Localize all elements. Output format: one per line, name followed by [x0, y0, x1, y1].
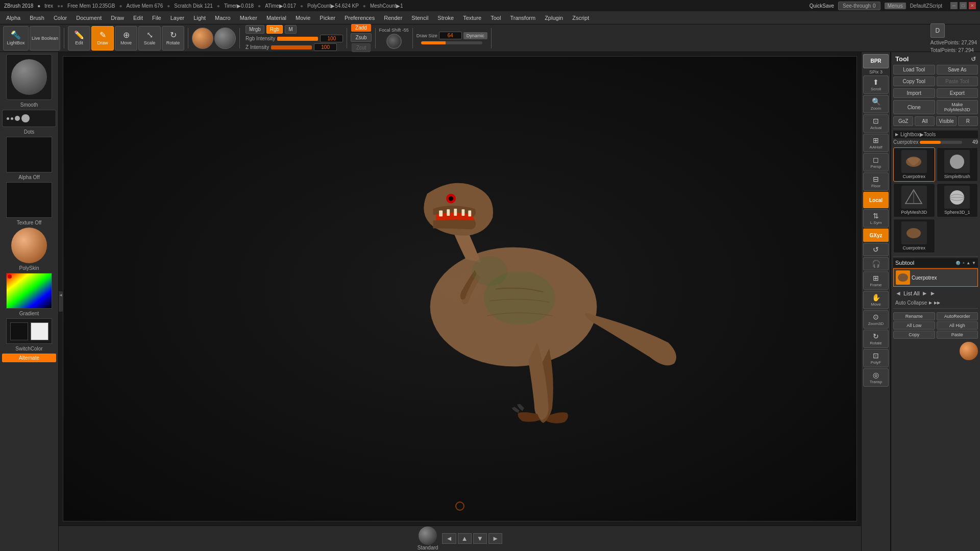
spin2-btn[interactable]: 🎧 — [863, 257, 889, 270]
zoom3d-btn[interactable]: ⊙ Zoom3D — [863, 310, 889, 329]
lightbox-btn[interactable]: 🔦 LightBox — [3, 26, 29, 51]
subtool-arrow-up[interactable]: ▲ — [966, 261, 970, 265]
zcut-btn[interactable]: Zcut — [352, 43, 371, 52]
texture-preview[interactable] — [6, 182, 52, 218]
clone-btn[interactable]: Clone — [893, 100, 935, 114]
menu-brush[interactable]: Brush — [26, 14, 48, 22]
paste-tool-btn[interactable]: Paste Tool — [937, 77, 978, 86]
menu-tool[interactable]: Tool — [486, 14, 505, 22]
tree-right-arrow2[interactable]: ► — [930, 290, 936, 297]
tree-left-arrow[interactable]: ◄ — [895, 290, 901, 297]
menu-alpha[interactable]: Alpha — [2, 14, 24, 22]
mrgb-btn[interactable]: Mrgb — [246, 25, 264, 34]
standard-ball[interactable] — [419, 527, 437, 545]
subtool-controls-icons[interactable]: ⚙️ — [955, 261, 961, 265]
rotate-vp-btn[interactable]: ↻ Rotate — [863, 330, 889, 348]
gxyz-btn[interactable]: GXyz — [863, 229, 889, 242]
goz-btn[interactable]: GoZ — [893, 116, 913, 126]
refresh-btn[interactable]: ↺ — [971, 56, 976, 63]
menu-picker[interactable]: Picker — [315, 14, 339, 22]
actual-btn[interactable]: ⊡ Actual — [863, 114, 889, 133]
draw-btn[interactable]: ✎ Draw — [91, 26, 114, 51]
subtool-header[interactable]: Subtool ⚙️ + ▲ ▼ — [893, 258, 978, 267]
menu-marker[interactable]: Marker — [236, 14, 261, 22]
zoom-btn[interactable]: 🔍 Zoom — [863, 95, 889, 113]
scroll-left-btn[interactable]: ◄ — [442, 533, 456, 544]
all-high-btn[interactable]: All High — [937, 321, 978, 330]
r-label-btn[interactable]: R — [958, 116, 978, 126]
auto-reorder-btn[interactable]: AutoReorder — [937, 312, 978, 320]
auto-collapse-btn2[interactable]: ▶▶ — [934, 300, 940, 305]
all-low-btn[interactable]: All Low — [893, 321, 935, 330]
menu-render[interactable]: Render — [380, 14, 406, 22]
alpha-preview[interactable] — [6, 137, 52, 172]
menu-transform[interactable]: Transform — [506, 14, 540, 22]
tool-item-sphere3d-1[interactable]: Sphere3D_1 — [937, 183, 978, 217]
tool-item-cuerpotrex2[interactable]: Cuerpotrex — [893, 219, 935, 253]
close-btn[interactable]: ✕ — [969, 2, 976, 9]
main-color-ball[interactable] — [192, 28, 213, 49]
load-tool-btn[interactable]: Load Tool — [893, 65, 935, 74]
make-polymesh-btn[interactable]: Make PolyMesh3D — [937, 100, 978, 114]
lsym-btn[interactable]: ⇅ L.Sym — [863, 209, 889, 228]
subtool-ball[interactable] — [960, 342, 978, 360]
focal-knob[interactable] — [386, 34, 402, 49]
viewport[interactable] — [63, 56, 857, 521]
menu-movie[interactable]: Movie — [291, 14, 314, 22]
material-ball[interactable] — [214, 28, 236, 49]
export-btn[interactable]: Export — [937, 88, 978, 98]
save-as-btn[interactable]: Save As — [937, 65, 978, 74]
drawsize-slider[interactable] — [421, 41, 482, 44]
maximize-btn[interactable]: □ — [960, 2, 967, 9]
rgb-btn[interactable]: Rgb — [266, 25, 283, 34]
all-btn[interactable]: All — [915, 116, 935, 126]
transp-btn[interactable]: ◎ Transp — [863, 368, 889, 387]
scroll-right-btn[interactable]: ► — [488, 533, 502, 544]
persp-btn[interactable]: ◻ Persp — [863, 153, 889, 171]
menu-macro[interactable]: Macro — [211, 14, 235, 22]
move-vp-btn[interactable]: ✋ Move — [863, 291, 889, 309]
menu-light[interactable]: Light — [189, 14, 210, 22]
seethrough-btn[interactable]: See-through 0 — [838, 2, 880, 10]
brush-preview[interactable] — [6, 54, 52, 100]
edit-btn[interactable]: ✏️ Edit — [68, 26, 90, 51]
live-boolean-btn[interactable]: Live Boolean — [30, 26, 60, 51]
scroll-btn[interactable]: ⬆ Scroll — [863, 76, 889, 94]
quicksave-btn[interactable]: QuickSave — [810, 3, 834, 9]
copy-tool-btn[interactable]: Copy Tool — [893, 77, 935, 86]
bpr-btn[interactable]: BPR — [863, 54, 889, 68]
drawsize-value[interactable]: 64 — [439, 32, 462, 39]
frame-btn[interactable]: ⊞ Frame — [863, 271, 889, 290]
tree-right-arrow[interactable]: ► — [922, 290, 928, 297]
scroll-up-btn[interactable]: ▲ — [458, 533, 472, 544]
menu-stroke[interactable]: Stroke — [433, 14, 458, 22]
d-button[interactable]: D — [930, 23, 945, 38]
alternate-btn[interactable]: Alternate — [2, 354, 56, 362]
spin1-btn[interactable]: ↺ — [863, 243, 889, 256]
move-btn[interactable]: ⊕ Move — [115, 26, 137, 51]
polyf-btn[interactable]: ⊡ PolyF — [863, 349, 889, 367]
scale-btn[interactable]: ⤡ Scale — [138, 26, 161, 51]
tool-item-simplebush[interactable]: SimpleBrush — [937, 147, 978, 182]
auto-collapse-btn1[interactable]: ▶ — [929, 300, 932, 305]
dynamic-btn[interactable]: Dynamic — [463, 32, 487, 39]
menu-edit[interactable]: Edit — [129, 14, 147, 22]
rename-btn[interactable]: Rename — [893, 312, 935, 320]
menu-material[interactable]: Material — [262, 14, 290, 22]
subtool-arrow-down[interactable]: ▼ — [972, 261, 976, 265]
local-btn[interactable]: Local — [863, 192, 889, 208]
material-preview[interactable] — [11, 228, 47, 263]
subtool-item[interactable]: Cuerpotrex — [893, 268, 978, 287]
tool-item-polymesh3d[interactable]: PolyMesh3D — [893, 183, 935, 217]
zsub-btn[interactable]: Zsub — [351, 33, 371, 42]
left-collapse-handle[interactable]: ◄ — [59, 291, 63, 312]
m-btn[interactable]: M — [285, 25, 296, 34]
color-swatches[interactable] — [6, 318, 52, 344]
menu-preferences[interactable]: Preferences — [340, 14, 379, 22]
menu-zscript[interactable]: Zscript — [568, 14, 593, 22]
dots-preview[interactable] — [2, 110, 56, 127]
copy-bottom-btn[interactable]: Copy — [893, 331, 935, 339]
tool-item-cuerpotrex[interactable]: Cuerpotrex — [893, 147, 935, 182]
rotate-btn[interactable]: ↻ Rotate — [162, 26, 184, 51]
z-intensity-value[interactable]: 100 — [314, 43, 337, 51]
